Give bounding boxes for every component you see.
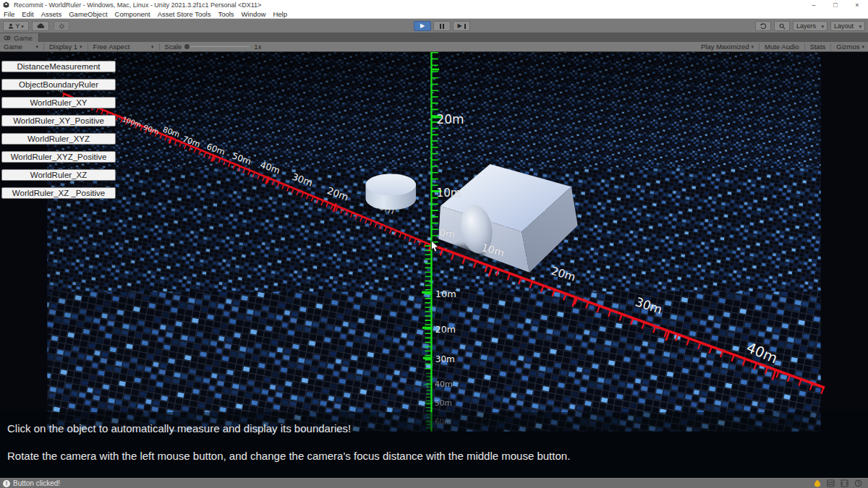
instruction-line-2: Rotate the camera with the left mouse bu…: [7, 450, 570, 462]
menu-asset-store-tools[interactable]: Asset Store Tools: [154, 10, 215, 18]
layers-dropdown[interactable]: Layers ▾: [793, 21, 827, 31]
gizmos-dropdown[interactable]: Gizmos ▾: [833, 42, 868, 51]
gear-icon: [59, 23, 65, 30]
scale-label: Scale: [165, 43, 182, 51]
y-axis-label: 40m: [435, 380, 453, 389]
menu-file[interactable]: File: [0, 10, 18, 18]
step-icon: ▶: [457, 23, 461, 29]
chevron-down-icon: ▾: [151, 44, 154, 49]
chevron-down-icon: ▾: [21, 24, 24, 29]
chevron-down-icon: ▾: [859, 24, 861, 29]
cloud-icon: [37, 23, 45, 29]
chevron-down-icon: ▾: [821, 24, 824, 29]
info-icon: !: [3, 480, 10, 487]
origin-label: 0m: [439, 227, 456, 240]
menu-bar: File Edit Assets GameObject Component As…: [0, 9, 868, 19]
chevron-down-icon: ▾: [861, 44, 864, 49]
button-worldruler-xz-positive[interactable]: WorldRuler_XZ _Positive: [1, 187, 116, 199]
search-icon: [779, 23, 786, 30]
play-button[interactable]: ▶: [414, 21, 431, 31]
button-worldruler-xyz-positive[interactable]: WorldRuler_XYZ_Positive: [1, 151, 116, 163]
scale-slider-track[interactable]: [186, 46, 250, 47]
status-message[interactable]: Button clicked!: [13, 479, 60, 487]
code-optimization-icon[interactable]: [841, 479, 848, 487]
button-distance-measurement[interactable]: DistanceMeasurement: [1, 61, 116, 72]
status-bar: ! Button clicked!: [0, 478, 868, 488]
menu-gameobject[interactable]: GameObject: [65, 10, 111, 18]
minimize-button[interactable]: –: [803, 1, 825, 9]
scale-value: 1x: [254, 43, 261, 51]
chevron-down-icon: ▾: [80, 44, 82, 49]
play-icon: ▶: [420, 23, 425, 29]
game-view-toolbar: Game ▾ Display 1 ▾ Free Aspect ▾ Scale 1…: [0, 42, 868, 52]
menu-assets[interactable]: Assets: [38, 10, 66, 18]
progress-icon[interactable]: [854, 479, 862, 487]
main-toolbar: Y ▾ ▶ ▶: [0, 19, 868, 33]
cache-server-icon[interactable]: [827, 479, 835, 487]
y-axis-label: 10m: [437, 187, 461, 200]
services-button[interactable]: [54, 21, 69, 31]
gamepad-icon: [4, 35, 11, 40]
button-worldruler-xz[interactable]: WorldRuler_XZ: [1, 169, 116, 181]
button-object-boundary-ruler[interactable]: ObjectBoundaryRuler: [1, 79, 116, 90]
restore-button[interactable]: □: [825, 1, 846, 9]
pause-button[interactable]: [433, 21, 451, 31]
y-axis-label: 20m: [437, 112, 464, 127]
pause-icon: [440, 24, 444, 29]
display-dropdown[interactable]: Display 1 ▾: [46, 42, 86, 51]
menu-tools[interactable]: Tools: [214, 10, 237, 18]
undo-history-button[interactable]: [755, 21, 771, 31]
button-worldruler-xy-positive[interactable]: WorldRuler_XY_Positive: [1, 115, 116, 127]
chevron-down-icon: ▾: [35, 44, 38, 49]
activity-icon[interactable]: [814, 479, 821, 487]
tab-game[interactable]: Game: [0, 33, 39, 42]
step-button[interactable]: ▶: [453, 21, 470, 31]
scale-slider[interactable]: Scale 1x: [161, 42, 265, 51]
mute-audio-toggle[interactable]: Mute Audio: [761, 42, 803, 51]
menu-edit[interactable]: Edit: [18, 10, 37, 18]
cloud-button[interactable]: [32, 21, 49, 31]
aspect-dropdown[interactable]: Free Aspect ▾: [90, 42, 158, 51]
y-axis-label: 20m: [435, 324, 456, 335]
instruction-overlay: Click on the object to automatically mea…: [0, 412, 868, 478]
tab-strip: Game: [0, 33, 868, 42]
y-axis-label: 10m: [435, 288, 456, 299]
scale-slider-knob[interactable]: [184, 44, 190, 49]
title-bar: Recommit - WorldRuler - Windows, Mac, Li…: [0, 0, 868, 9]
person-icon: [8, 23, 14, 29]
y-axis-label: 50m: [435, 398, 452, 408]
display-mode-dropdown[interactable]: Game ▾: [0, 42, 42, 51]
play-maximized-dropdown[interactable]: Play Maximized ▾: [697, 42, 757, 51]
instruction-line-1: Click on the object to automatically mea…: [7, 422, 351, 435]
menu-window[interactable]: Window: [238, 10, 270, 18]
game-viewport[interactable]: 10m: [0, 52, 868, 478]
unity-logo-icon: [3, 1, 9, 8]
stats-toggle[interactable]: Stats: [807, 42, 830, 51]
menu-help[interactable]: Help: [269, 10, 291, 18]
history-icon: [760, 23, 767, 30]
account-button[interactable]: Y ▾: [3, 21, 29, 31]
account-initial: Y: [15, 22, 20, 30]
unity-editor-window: Recommit - WorldRuler - Windows, Mac, Li…: [0, 0, 868, 488]
search-button[interactable]: [774, 21, 790, 31]
button-worldruler-xyz[interactable]: WorldRuler_XYZ: [1, 133, 116, 145]
chevron-down-icon: ▾: [752, 44, 754, 49]
y-axis-label: 30m: [435, 354, 455, 364]
layout-dropdown[interactable]: Layout ▾: [830, 21, 865, 31]
tab-game-label: Game: [14, 34, 33, 42]
menu-component[interactable]: Component: [111, 10, 154, 18]
close-button[interactable]: ×: [846, 1, 868, 9]
button-worldruler-xy[interactable]: WorldRuler_XY: [1, 97, 116, 108]
window-title: Recommit - WorldRuler - Windows, Mac, Li…: [14, 1, 803, 9]
